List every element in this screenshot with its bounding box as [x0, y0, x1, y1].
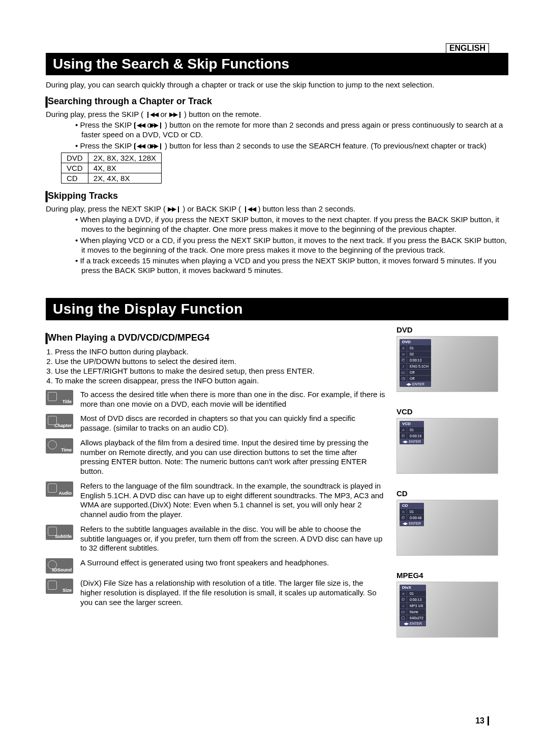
osd-row-val: ENG 5.1CH [407, 364, 431, 369]
section1-intro: During play, you can search quickly thro… [46, 80, 508, 89]
section-heading-search-skip: Using the Search & Skip Functions [46, 53, 508, 75]
b2a: Press the SKIP ( [80, 141, 136, 150]
skip-bullet: If a track exceeds 15 minutes when playi… [81, 256, 508, 276]
size-icon: Size [46, 579, 73, 594]
table-row: VCD4X, 8X [62, 163, 162, 173]
def-text: Refers to the language of the film sound… [80, 481, 386, 520]
osd-row-icon: ▭ [400, 609, 407, 615]
icon-label: Chapter [54, 423, 72, 428]
def-subtitle: Subtitle Refers to the subtitle language… [46, 525, 386, 553]
osd-row-val: 01 [407, 591, 416, 596]
osd-dvd: DVD DVD ⌾01 ⌾02 ⏱0:00:13 ♪ENG 5.1CH ▭Off… [396, 325, 508, 392]
skip-bullet: When playing a DVD, if you press the NEX… [81, 215, 508, 234]
chapter-icon: Chapter [46, 414, 73, 429]
osd-row-val: MP3 1/8 [407, 603, 425, 608]
language-label: ENGLISH [446, 43, 489, 53]
osd-title: DVD [396, 325, 508, 334]
skip-line-a: During play, press the NEXT SKIP ( [46, 204, 166, 213]
search-bullet-1: Press the SKIP ( ❙◀◀ or ▶▶❙ ) button on … [81, 120, 508, 140]
def-text: (DivX) File Size has a relationship with… [80, 579, 386, 607]
display-two-column: ▎When Playing a DVD/VCD/CD/MPEG4 Press t… [46, 325, 508, 653]
skip-prev-icon: ❙◀◀ [138, 142, 145, 150]
osd-panel: CD ⌾01 ⏱0:00:48 ◀▶ ENTER [400, 503, 424, 526]
osd-row-val: 0:00:16 [407, 434, 424, 438]
time-icon: Time [46, 438, 73, 453]
osd-title: VCD [396, 407, 508, 416]
osd-panel: DivX ⌾01 ⏱0:00:13 ♪MP3 1/8 ▭None ▢640x27… [400, 585, 426, 626]
osd-header: CD [400, 503, 424, 508]
osd-row-val: Off [407, 376, 417, 381]
icon-label: Audio [59, 491, 72, 496]
skip-next-icon: ▶▶❙ [156, 122, 163, 129]
osd-row-icon: ⌾ [400, 351, 407, 357]
osd-row-val: None [407, 610, 421, 614]
osd-title: CD [396, 489, 508, 498]
subheading-skipping-text: Skipping Tracks [48, 191, 118, 201]
sound3d-icon: 3DSound [46, 558, 73, 573]
skip-next-icon: ▶▶❙ [168, 205, 180, 213]
def-audio: Audio Refers to the language of the film… [46, 481, 386, 520]
osd-row-icon: ▭ [400, 370, 407, 375]
osd-row-val: 0:00:13 [407, 358, 424, 362]
cell: CD [62, 173, 88, 184]
cell: 4X, 8X [88, 163, 161, 173]
def-text: To access the desired title when there i… [80, 390, 386, 409]
osd-row-icon: ⌾ [400, 345, 407, 351]
osd-row-val: 02 [407, 352, 416, 356]
def-text: A Surround effect is generated using two… [80, 558, 329, 568]
cell: 2X, 8X, 32X, 128X [88, 153, 161, 163]
manual-page: ENGLISH Using the Search & Skip Function… [0, 0, 549, 756]
subtitle-icon: Subtitle [46, 525, 73, 540]
speed-table: DVD2X, 8X, 32X, 128X VCD4X, 8X CD2X, 4X,… [61, 153, 162, 184]
def-text: Allows playback of the film from a desir… [80, 438, 386, 476]
table-row: DVD2X, 8X, 32X, 128X [62, 153, 162, 163]
osd-row-val: 01 [407, 509, 416, 514]
search-line-end: ) button on the remote. [184, 110, 261, 118]
osd-screenshot: DivX ⌾01 ⏱0:00:13 ♪MP3 1/8 ▭None ▢640x27… [396, 582, 498, 638]
osd-row-val: 0:00:13 [407, 597, 424, 602]
icon-label: Subtitle [55, 534, 72, 539]
def-chapter: Chapter Most of DVD discs are recorded i… [46, 414, 386, 433]
osd-footer: ◀▶ ENTER [400, 381, 431, 387]
osd-row-icon: ⌾ [400, 509, 407, 515]
osd-row-val: Off [407, 370, 417, 375]
osd-row-icon: ▢ [400, 615, 407, 621]
step: Press the INFO button during playback. [55, 347, 386, 356]
subheading-searching-text: Searching through a Chapter or Track [48, 96, 212, 106]
table-row: CD2X, 4X, 8X [62, 173, 162, 184]
osd-screenshot: VCD ⌾01 ⏱0:00:16 ◀▶ ENTER [396, 418, 498, 474]
osd-panel: DVD ⌾01 ⌾02 ⏱0:00:13 ♪ENG 5.1CH ▭Off ◷Of… [400, 339, 431, 387]
cell: VCD [62, 163, 88, 173]
step: Use the LEFT/RIGHT buttons to make the d… [55, 367, 386, 375]
skip-bullet: When playing VCD or a CD, if you press t… [81, 236, 508, 255]
osd-row-val: 01 [407, 346, 416, 350]
osd-row-icon: ⌾ [400, 591, 407, 596]
search-bullets: Press the SKIP ( ❙◀◀ or ▶▶❙ ) button on … [61, 120, 508, 150]
subheading-when-playing-text: When Playing a DVD/VCD/CD/MPEG4 [48, 332, 209, 343]
subheading-skipping: ▎Skipping Tracks [46, 191, 508, 202]
skip-prev-icon: ❙◀◀ [243, 205, 256, 213]
search-line-a: During play, press the SKIP ( [46, 110, 143, 118]
osd-row-icon: ◷ [400, 376, 407, 381]
icon-label: Size [63, 588, 72, 593]
skip-prev-icon: ❙◀◀ [145, 111, 158, 118]
step: To make the screen disappear, press the … [55, 376, 386, 385]
icon-label: Title [63, 399, 72, 404]
skip-bullets: When playing a DVD, if you press the NEX… [61, 215, 508, 276]
osd-header: VCD [400, 421, 424, 427]
def-3dsound: 3DSound A Surround effect is generated u… [46, 558, 386, 573]
icon-label: Time [61, 447, 72, 452]
section-heading-display: Using the Display Function [46, 298, 508, 320]
skip-line: During play, press the NEXT SKIP ( ▶▶❙ )… [46, 204, 508, 213]
osd-vcd: VCD VCD ⌾01 ⏱0:00:16 ◀▶ ENTER [396, 407, 508, 474]
osd-screenshot: CD ⌾01 ⏱0:00:48 ◀▶ ENTER [396, 500, 498, 556]
osd-row-val: 01 [407, 428, 416, 432]
skip-next-icon: ▶▶❙ [169, 111, 182, 118]
osd-footer: ◀▶ ENTER [400, 439, 424, 444]
osd-row-icon: ⏱ [400, 433, 407, 439]
osd-header: DivX [400, 585, 426, 590]
cell: 2X, 4X, 8X [88, 173, 161, 184]
osd-panel: VCD ⌾01 ⏱0:00:16 ◀▶ ENTER [400, 421, 424, 444]
osd-row-icon: ♪ [400, 364, 407, 369]
skip-line-b: ) or BACK SKIP ( [182, 204, 241, 213]
